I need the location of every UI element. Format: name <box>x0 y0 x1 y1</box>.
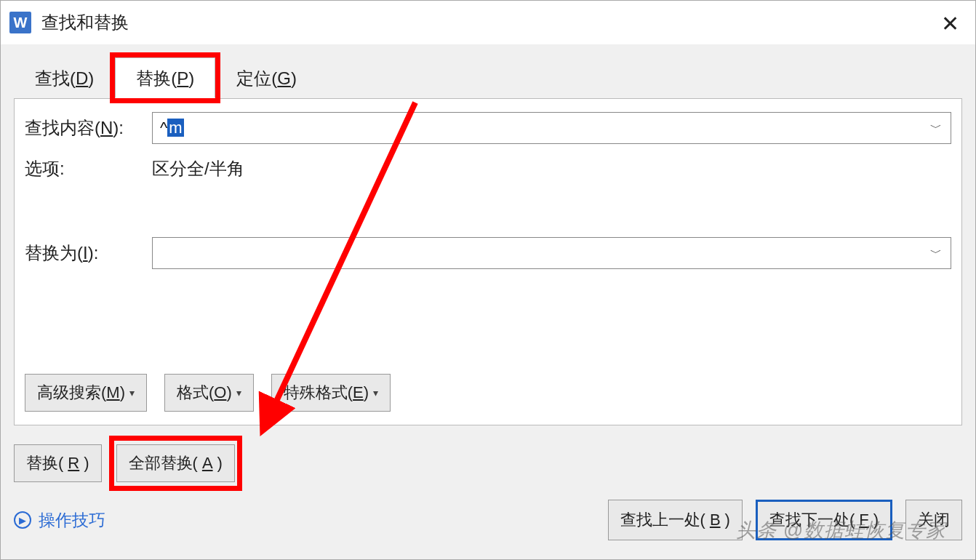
find-content-row: 查找内容(N): ^m ﹀ <box>25 112 951 144</box>
watermark: 头条 @数据蛙恢复专家 <box>736 517 946 543</box>
replace-with-row: 替换为(I): ﹀ <box>25 237 951 269</box>
options-value: 区分全/半角 <box>152 157 244 180</box>
replace-with-input[interactable]: ﹀ <box>152 237 951 269</box>
tips-link[interactable]: ▶ 操作技巧 <box>14 509 105 532</box>
tab-find[interactable]: 查找(D) <box>14 57 115 98</box>
options-row: 选项: 区分全/半角 <box>25 157 951 180</box>
dropdown-button-row: 高级搜索(M)▾ 格式(O)▾ 特殊格式(E)▾ <box>25 374 391 412</box>
tab-bar: 查找(D) 替换(P) 定位(G) <box>1 44 975 98</box>
titlebar: W 查找和替换 ✕ <box>1 1 975 44</box>
annotation-highlight-tab <box>110 52 220 103</box>
replace-all-button[interactable]: 全部替换(A) <box>116 444 235 482</box>
footer-row-1: 替换(R) 全部替换(A) <box>14 444 962 482</box>
chevron-down-icon[interactable]: ﹀ <box>930 121 942 136</box>
tab-goto[interactable]: 定位(G) <box>215 57 318 98</box>
main-panel: 查找内容(N): ^m ﹀ 选项: 区分全/半角 替换为(I): ﹀ 高级搜索(… <box>14 98 962 425</box>
advanced-search-button[interactable]: 高级搜索(M)▾ <box>25 374 147 412</box>
find-prev-button[interactable]: 查找上一处(B) <box>608 500 743 540</box>
tab-replace[interactable]: 替换(P) <box>115 57 215 98</box>
find-replace-dialog: W 查找和替换 ✕ 查找(D) 替换(P) 定位(G) 查找内容(N): ^m … <box>0 0 976 560</box>
tips-label: 操作技巧 <box>39 509 105 532</box>
chevron-down-icon[interactable]: ﹀ <box>930 246 942 261</box>
caret-down-icon: ▾ <box>373 387 378 399</box>
replace-button[interactable]: 替换(R) <box>14 444 102 482</box>
app-icon: W <box>9 12 31 33</box>
caret-down-icon: ▾ <box>236 387 241 399</box>
close-icon[interactable]: ✕ <box>941 11 959 36</box>
replace-with-label: 替换为(I): <box>25 241 152 265</box>
dialog-title: 查找和替换 <box>41 11 129 34</box>
options-label: 选项: <box>25 157 152 180</box>
caret-down-icon: ▾ <box>129 387 135 399</box>
format-button[interactable]: 格式(O)▾ <box>164 374 254 412</box>
find-content-input[interactable]: ^m ﹀ <box>152 112 951 144</box>
find-content-value: ^m <box>160 119 184 137</box>
special-format-button[interactable]: 特殊格式(E)▾ <box>271 374 391 412</box>
find-content-label: 查找内容(N): <box>25 116 152 140</box>
play-icon: ▶ <box>14 511 31 529</box>
